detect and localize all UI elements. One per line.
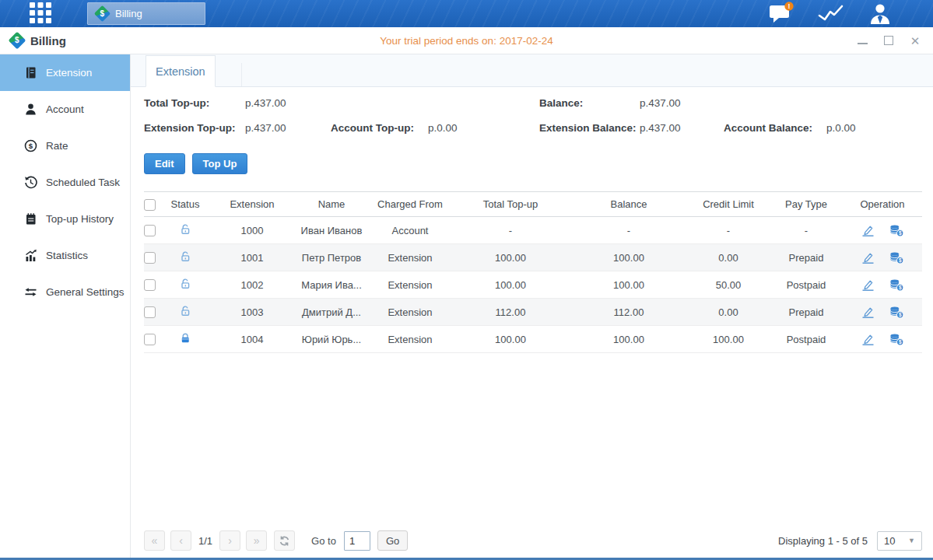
balance-value: p.437.00: [640, 96, 724, 111]
extension-balance-value: p.437.00: [640, 121, 724, 136]
top-up-extension-icon[interactable]: $: [889, 251, 904, 264]
billing-window: $ Billing !: [0, 0, 933, 560]
cell-total-topup: 100.00: [451, 271, 570, 299]
sidebar-item-rate[interactable]: $ Rate: [0, 128, 130, 164]
go-button[interactable]: Go: [377, 530, 408, 551]
top-up-extension-icon[interactable]: $: [889, 333, 904, 346]
table-row[interactable]: 1003 Дмитрий Д... Extension 112.00 112.0…: [144, 299, 922, 326]
top-up-extension-icon[interactable]: $: [889, 278, 904, 292]
minimize-button[interactable]: [857, 35, 868, 46]
status-unlocked-icon: [179, 305, 191, 317]
page-size-value: 10: [884, 535, 895, 547]
app-grid-icon[interactable]: [27, 0, 54, 29]
chevron-down-icon: ▼: [908, 537, 915, 544]
user-account-icon[interactable]: [868, 2, 893, 26]
paginator: « ‹ 1/1 › » Go to Go Displaying: [144, 530, 922, 551]
edit-button[interactable]: Edit: [144, 153, 185, 174]
refresh-button[interactable]: [274, 530, 295, 551]
row-checkbox[interactable]: [144, 252, 156, 264]
edit-extension-icon[interactable]: [861, 278, 875, 292]
sidebar-label: Top-up History: [46, 213, 114, 225]
cell-name: Дмитрий Д...: [293, 299, 370, 326]
table-row[interactable]: 1004 Юрий Юрь... Extension 100.00 100.00…: [144, 326, 922, 353]
col-charged-from: Charged From: [370, 192, 451, 217]
last-page-button[interactable]: »: [246, 530, 267, 551]
edit-extension-icon[interactable]: [861, 251, 875, 264]
edit-extension-icon[interactable]: [861, 333, 875, 346]
close-button[interactable]: ✕: [910, 35, 921, 46]
sidebar-label: Scheduled Task: [46, 177, 120, 188]
content-spacer: [144, 353, 923, 530]
goto-page-input[interactable]: [344, 531, 370, 551]
prev-page-button[interactable]: ‹: [170, 530, 191, 551]
cell-credit-limit: 100.00: [687, 326, 770, 353]
extension-topup-value: p.437.00: [245, 121, 331, 136]
sidebar-item-scheduled-task[interactable]: Scheduled Task: [0, 164, 130, 201]
cell-pay-type: Postpaid: [770, 271, 843, 299]
status-unlocked-icon: [179, 278, 191, 290]
account-balance-value: p.0.00: [826, 121, 922, 136]
cell-extension: 1000: [211, 217, 293, 244]
sidebar-item-general-settings[interactable]: General Settings: [0, 274, 130, 310]
edit-extension-icon[interactable]: [861, 306, 875, 319]
cell-pay-type: Prepaid: [770, 299, 843, 326]
page-size-select[interactable]: 10 ▼: [877, 531, 922, 551]
top-up-extension-icon[interactable]: $: [889, 306, 904, 319]
cell-credit-limit: -: [687, 217, 770, 244]
col-total-topup: Total Top-up: [451, 192, 570, 217]
top-up-button[interactable]: Top Up: [192, 153, 248, 174]
tab-extension-label: Extension: [156, 65, 205, 78]
cell-balance: 100.00: [570, 271, 687, 299]
status-unlocked-icon: [179, 250, 191, 263]
goto-label: Go to: [311, 535, 336, 547]
maximize-button[interactable]: [883, 35, 894, 46]
notifications-icon[interactable]: !: [769, 2, 794, 26]
cell-charged-from: Account: [370, 217, 451, 244]
status-unlocked-icon: [179, 223, 191, 236]
table-row[interactable]: 1000 Иван Иванов Account - - - - $: [144, 217, 922, 244]
main-content: Extension Total Top-up: p.437.00 Balance…: [131, 54, 933, 558]
cell-charged-from: Extension: [370, 271, 451, 299]
taskbar-tab-billing[interactable]: $ Billing: [87, 2, 205, 25]
total-topup-value: p.437.00: [245, 96, 331, 111]
sidebar-item-topup-history[interactable]: Top-up History: [0, 201, 130, 237]
scheduled-task-icon: [24, 176, 37, 189]
table-header-row: Status Extension Name Charged From Total…: [144, 192, 922, 217]
extension-table: Status Extension Name Charged From Total…: [144, 191, 922, 353]
top-up-extension-icon[interactable]: $: [889, 224, 904, 237]
tab-extension[interactable]: Extension: [146, 55, 216, 87]
cell-total-topup: -: [451, 217, 570, 244]
sidebar-item-statistics[interactable]: Statistics: [0, 237, 130, 274]
edit-extension-icon[interactable]: [861, 224, 875, 237]
row-checkbox[interactable]: [144, 306, 156, 318]
sidebar-label: Statistics: [46, 250, 88, 261]
sidebar-item-account[interactable]: Account: [0, 91, 130, 128]
cell-total-topup: 100.00: [451, 244, 570, 271]
first-page-button[interactable]: «: [144, 530, 165, 551]
account-topup-label: Account Top-up:: [331, 121, 428, 136]
svg-text:$: $: [899, 230, 902, 236]
billing-app-icon: $: [9, 32, 26, 50]
cell-balance: 100.00: [570, 244, 687, 271]
cell-pay-type: Postpaid: [770, 326, 843, 353]
row-checkbox[interactable]: [144, 279, 156, 291]
next-page-button[interactable]: ›: [219, 530, 240, 551]
row-checkbox[interactable]: [144, 334, 156, 345]
cell-credit-limit: 0.00: [687, 244, 770, 271]
select-all-checkbox[interactable]: [144, 199, 156, 211]
taskbar-tab-label: Billing: [115, 8, 142, 19]
reports-chart-icon[interactable]: [818, 4, 844, 24]
sidebar-label: General Settings: [46, 286, 125, 298]
refresh-icon: [279, 535, 290, 547]
cell-name: Петр Петров: [293, 244, 370, 271]
balance-summary: Total Top-up: p.437.00 Balance: p.437.00…: [144, 96, 923, 136]
status-locked-icon: [179, 332, 191, 345]
cell-pay-type: Prepaid: [770, 244, 843, 271]
sidebar: Extension Account $ Rate: [0, 54, 131, 558]
window-title: $ Billing: [0, 34, 66, 47]
row-checkbox[interactable]: [144, 225, 156, 236]
table-row[interactable]: 1001 Петр Петров Extension 100.00 100.00…: [144, 244, 922, 271]
sidebar-item-extension[interactable]: Extension: [0, 54, 130, 91]
cell-total-topup: 100.00: [451, 326, 570, 353]
table-row[interactable]: 1002 Мария Ива... Extension 100.00 100.0…: [144, 271, 922, 299]
